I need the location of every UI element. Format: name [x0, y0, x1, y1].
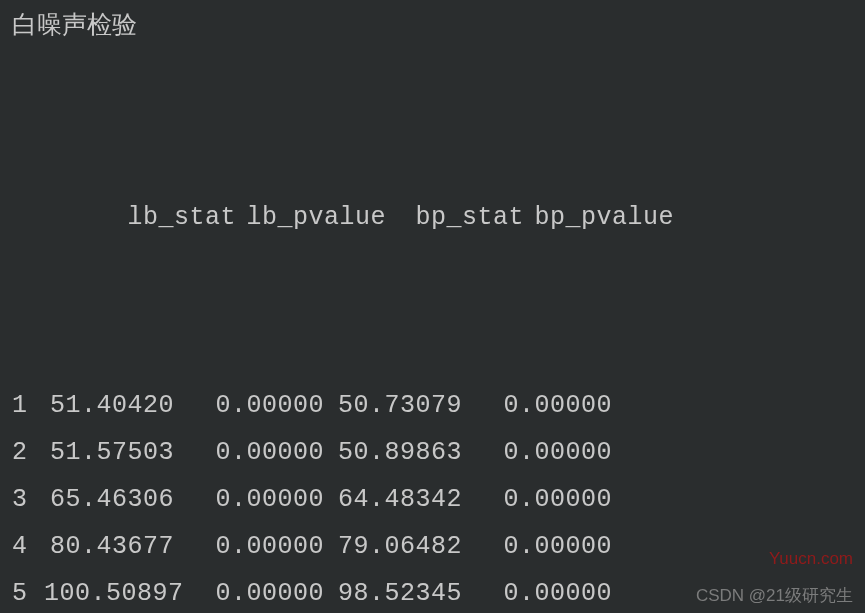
cell-lb-pvalue: 0.00000	[174, 382, 324, 429]
cell-lb-pvalue: 0.00000	[174, 476, 324, 523]
header-lb-stat: lb_stat	[106, 194, 236, 241]
watermark-credit: CSDN @21级研究生	[696, 584, 853, 607]
table-row: 365.463060.0000064.483420.00000	[12, 476, 853, 523]
table-header-row: lb_statlb_pvaluebp_statbp_pvalue	[12, 147, 853, 288]
cell-bp-stat: 79.06482	[324, 523, 462, 570]
table-row: 251.575030.0000050.898630.00000	[12, 429, 853, 476]
row-index: 5	[12, 570, 44, 613]
table-row: 151.404200.0000050.730790.00000	[12, 382, 853, 429]
table-row: 480.436770.0000079.064820.00000	[12, 523, 853, 570]
row-index: 2	[12, 429, 44, 476]
header-bp-pvalue: bp_pvalue	[524, 194, 674, 241]
row-index: 4	[12, 523, 44, 570]
cell-bp-stat: 50.73079	[324, 382, 462, 429]
header-bp-stat: bp_stat	[386, 194, 524, 241]
watermark-site: Yuucn.com	[769, 549, 853, 569]
cell-lb-pvalue: 0.00000	[174, 523, 324, 570]
row-index: 3	[12, 476, 44, 523]
cell-bp-pvalue: 0.00000	[462, 523, 612, 570]
cell-lb-stat: 65.46306	[44, 476, 174, 523]
cell-lb-stat: 80.43677	[44, 523, 174, 570]
cell-bp-pvalue: 0.00000	[462, 429, 612, 476]
cell-bp-stat: 64.48342	[324, 476, 462, 523]
cell-lb-stat: 100.50897	[44, 570, 174, 613]
cell-bp-stat: 98.52345	[324, 570, 462, 613]
row-index: 1	[12, 382, 44, 429]
cell-lb-stat: 51.40420	[44, 382, 174, 429]
cell-lb-stat: 51.57503	[44, 429, 174, 476]
cell-bp-pvalue: 0.00000	[462, 570, 612, 613]
header-index	[74, 194, 106, 241]
cell-lb-pvalue: 0.00000	[174, 429, 324, 476]
cell-bp-pvalue: 0.00000	[462, 382, 612, 429]
header-lb-pvalue: lb_pvalue	[236, 194, 386, 241]
output-table: lb_statlb_pvaluebp_statbp_pvalue 151.404…	[12, 53, 853, 613]
cell-lb-pvalue: 0.00000	[174, 570, 324, 613]
cell-bp-stat: 50.89863	[324, 429, 462, 476]
cell-bp-pvalue: 0.00000	[462, 476, 612, 523]
output-title: 白噪声检验	[12, 8, 853, 41]
